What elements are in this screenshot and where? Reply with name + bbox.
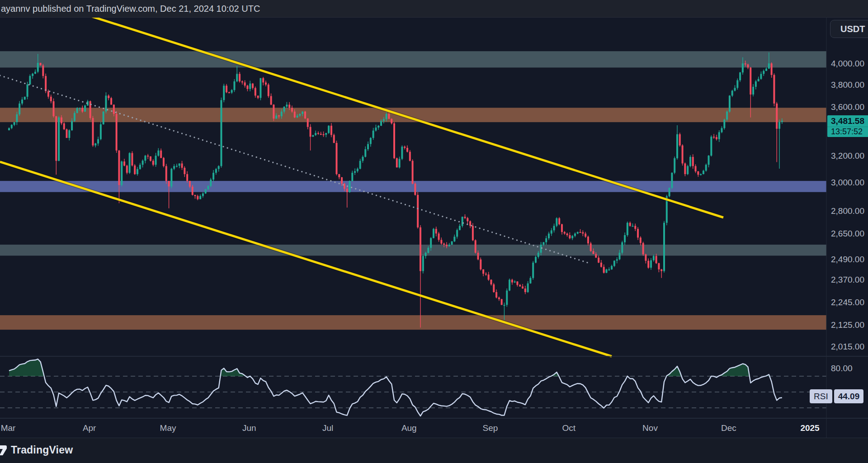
price-axis-label: 3,600.00 xyxy=(831,102,864,112)
price-axis-label: 2,800.00 xyxy=(831,206,864,216)
time-axis-label-Aug: Aug xyxy=(401,423,417,433)
time-axis-label-Jul: Jul xyxy=(322,423,333,433)
time-axis-label-Mar: Mar xyxy=(1,423,16,433)
time-axis-label-Dec: Dec xyxy=(721,423,736,433)
time-axis[interactable]: MarAprMayJunJulAugSepOctNovDec2025 xyxy=(1,423,820,433)
price-axis-label: 2,245.00 xyxy=(831,298,864,307)
price-axis-label: 2,490.00 xyxy=(831,255,864,264)
sr-zones xyxy=(0,51,826,330)
current-price-badge: 3,481.58 13:57:52 xyxy=(827,115,868,137)
quote-currency-button[interactable]: USDT xyxy=(830,20,868,38)
rsi-label: RSI xyxy=(810,389,832,403)
time-axis-label-Jun: Jun xyxy=(242,423,256,433)
price-axis-label: 4,000.00 xyxy=(831,59,864,68)
resistance-zone-4050 xyxy=(0,51,826,67)
time-axis-label-May: May xyxy=(160,423,176,433)
rsi-indicator-badge[interactable]: RSI 44.09 xyxy=(810,389,863,403)
time-axis-label-Apr: Apr xyxy=(83,423,96,433)
watermark-strip: TradingView xyxy=(0,438,868,463)
price-axis-label: 3,200.00 xyxy=(831,151,864,161)
price-axis-label: 3,000.00 xyxy=(831,178,864,187)
price-axis-label: 2,650.00 xyxy=(831,229,864,238)
rsi-value: 44.09 xyxy=(834,389,864,403)
time-axis-label-Oct: Oct xyxy=(562,423,576,433)
rsi-pane[interactable] xyxy=(0,359,826,416)
support-zone-2140 xyxy=(0,315,826,330)
attribution-text: ayannv published on TradingView.com, Dec… xyxy=(1,4,260,14)
price-axis-label: 2,015.00 xyxy=(831,342,864,351)
bar-countdown-timer: 13:57:52 xyxy=(827,127,868,137)
price-axis-label: 2,125.00 xyxy=(831,320,864,330)
rsi-overbought-fill xyxy=(9,359,769,376)
channel-midline[interactable] xyxy=(0,76,588,263)
attribution-bar: ayannv published on TradingView.com, Dec… xyxy=(0,0,868,18)
time-axis-label-2025: 2025 xyxy=(800,423,820,433)
price-axis-label: 3,800.00 xyxy=(831,80,864,90)
price-axis[interactable]: 4,000.003,800.003,600.003,200.003,000.00… xyxy=(831,59,864,373)
time-axis-label-Sep: Sep xyxy=(483,423,498,433)
tradingview-chart-screenshot: 4,000.003,800.003,600.003,200.003,000.00… xyxy=(0,0,868,463)
quote-currency-label: USDT xyxy=(840,24,865,34)
tradingview-logo-text[interactable]: TradingView xyxy=(11,444,73,456)
chart-canvas[interactable]: 4,000.003,800.003,600.003,200.003,000.00… xyxy=(0,0,868,463)
rsi-axis-label: 80.00 xyxy=(831,364,853,373)
time-axis-label-Nov: Nov xyxy=(642,423,658,433)
demand-zone-2545 xyxy=(0,245,826,255)
price-axis-label: 2,370.00 xyxy=(831,275,864,284)
current-price-value: 3,481.58 xyxy=(827,116,868,127)
rsi-line xyxy=(9,359,782,416)
tradingview-logo-icon[interactable] xyxy=(0,444,9,456)
